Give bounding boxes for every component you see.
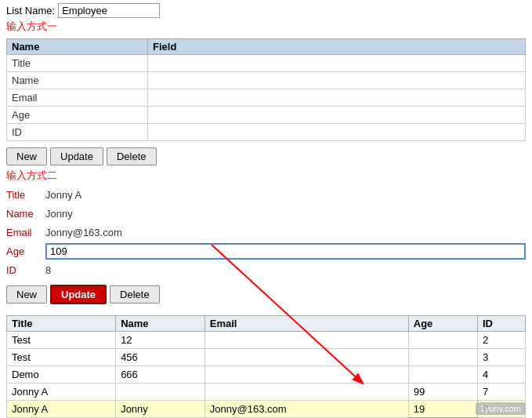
update-button-2[interactable]: Update — [50, 285, 107, 304]
form2-row-id: ID 8 — [6, 261, 526, 278]
cell-email — [204, 366, 408, 383]
form-table-1-header-name: Name — [7, 39, 148, 55]
watermark: 1yunv.com — [476, 402, 526, 415]
data-table-header-title: Title — [7, 316, 116, 332]
form-field-age[interactable] — [148, 107, 526, 124]
table-row[interactable]: Test 456 3 — [7, 349, 526, 366]
data-table: Title Name Email Age ID Test 12 2 Test — [6, 315, 526, 418]
cell-email — [204, 383, 408, 401]
cell-id: 7 — [477, 383, 525, 401]
input-mode-2-label: 输入方式二 — [6, 169, 526, 183]
form-field-id[interactable] — [148, 124, 526, 141]
table-row[interactable]: Jonny A 99 7 — [7, 383, 526, 401]
cell-age — [408, 366, 477, 383]
data-table-header-email: Email — [204, 316, 408, 332]
form2-id-label: ID — [6, 264, 45, 276]
table-row[interactable]: Demo 666 4 — [7, 366, 526, 383]
form2-email-value: Jonny@163.com — [45, 227, 526, 238]
cell-email — [204, 349, 408, 366]
cell-title: Jonny A — [7, 383, 116, 401]
cell-title: Test — [7, 332, 116, 349]
cell-email — [204, 332, 408, 349]
cell-name: Jonny — [116, 401, 205, 418]
delete-button-2[interactable]: Delete — [110, 285, 160, 304]
form-label-id: ID — [7, 124, 148, 141]
cell-id: 2 — [477, 332, 525, 349]
cell-age — [408, 349, 477, 366]
form2-title-label: Title — [6, 189, 45, 201]
cell-id: 4 — [477, 366, 525, 383]
form-row-email: Email — [7, 89, 526, 107]
cell-name: 456 — [116, 349, 205, 366]
list-name-input[interactable] — [58, 3, 160, 18]
cell-id: 3 — [477, 349, 525, 366]
data-table-section: Title Name Email Age ID Test 12 2 Test — [0, 312, 532, 418]
form2-name-value: Jonny — [45, 208, 526, 220]
form2-title-value: Jonny A — [45, 189, 526, 201]
form2-row-email: Email Jonny@163.com — [6, 224, 526, 241]
delete-button-1[interactable]: Delete — [107, 147, 157, 165]
form-row-title: Title — [7, 55, 526, 72]
form-field-title[interactable] — [148, 55, 526, 72]
form-label-age: Age — [7, 107, 148, 124]
form2-id-value: 8 — [45, 264, 526, 276]
form-label-title: Title — [7, 55, 148, 72]
table-row-highlighted[interactable]: Jonny A Jonny Jonny@163.com 19 8 — [7, 401, 526, 418]
form-row-name: Name — [7, 72, 526, 89]
form-label-name: Name — [7, 72, 148, 89]
form2-row-name: Name Jonny — [6, 205, 526, 222]
form-label-email: Email — [7, 89, 148, 107]
form2-age-label: Age — [6, 245, 45, 257]
form-row-age: Age — [7, 107, 526, 124]
form2-section: Title Jonny A Name Jonny Email Jonny@163… — [6, 184, 526, 282]
cell-age — [408, 332, 477, 349]
list-name-label: List Name: — [6, 5, 55, 16]
cell-title: Demo — [7, 366, 116, 383]
update-button-1[interactable]: Update — [50, 147, 103, 165]
form2-email-label: Email — [6, 227, 45, 238]
form2-name-label: Name — [6, 208, 45, 220]
cell-name — [116, 383, 205, 401]
form2-row-age: Age — [6, 242, 526, 260]
form2-age-input[interactable] — [45, 243, 526, 260]
data-table-header-id: ID — [477, 316, 525, 332]
cell-title: Test — [7, 349, 116, 366]
cell-age: 19 — [408, 401, 477, 418]
cell-age: 99 — [408, 383, 477, 401]
new-button-2[interactable]: New — [6, 285, 47, 304]
form-field-name[interactable] — [148, 72, 526, 89]
table-row[interactable]: Test 12 2 — [7, 332, 526, 349]
cell-title: Jonny A — [7, 401, 116, 418]
cell-name: 12 — [116, 332, 205, 349]
buttons-row-1: New Update Delete — [6, 144, 526, 169]
form-table-1-container: Name Field Title Name Email Age — [0, 38, 532, 169]
new-button-1[interactable]: New — [6, 147, 47, 165]
form-row-id: ID — [7, 124, 526, 141]
input-mode-1-label: 输入方式一 — [6, 20, 526, 34]
form-field-email[interactable] — [148, 89, 526, 107]
form-table-1-header-field: Field — [148, 39, 526, 55]
list-name-section: List Name: 输入方式一 — [0, 0, 532, 38]
buttons-row-2: New Update Delete — [6, 282, 526, 307]
form-table-1: Name Field Title Name Email Age — [6, 38, 526, 141]
input-mode-2-section: 输入方式二 Title Jonny A Name Jonny Email Jon… — [0, 169, 532, 309]
data-table-header-name: Name — [116, 316, 205, 332]
cell-name: 666 — [116, 366, 205, 383]
data-table-header-age: Age — [408, 316, 477, 332]
cell-email: Jonny@163.com — [204, 401, 408, 418]
form2-row-title: Title Jonny A — [6, 186, 526, 203]
